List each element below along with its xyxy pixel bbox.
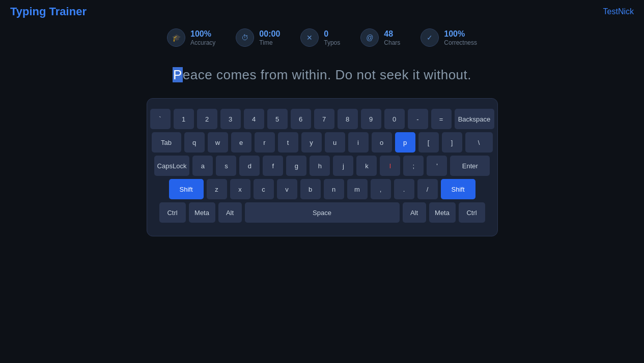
- chars-value: 48: [384, 29, 393, 39]
- key-y[interactable]: y: [301, 132, 322, 153]
- key-][interactable]: ]: [442, 132, 462, 153]
- key-.[interactable]: .: [394, 179, 414, 199]
- key-capslock[interactable]: CapsLock: [154, 156, 190, 176]
- text-char: [288, 67, 292, 82]
- text-char: [212, 67, 216, 82]
- key-'[interactable]: ': [427, 156, 447, 176]
- key-;[interactable]: ;: [403, 156, 424, 176]
- key-x[interactable]: x: [230, 179, 250, 199]
- key-2[interactable]: 2: [197, 109, 217, 129]
- correctness-value: 100%: [444, 29, 465, 39]
- key-alt[interactable]: Alt: [403, 202, 426, 223]
- keyboard-row-1: Tabqwertyuiop[]\: [159, 132, 485, 153]
- key-meta[interactable]: Meta: [429, 202, 456, 223]
- key-q[interactable]: q: [184, 132, 205, 153]
- key-3[interactable]: 3: [220, 109, 241, 129]
- key-shift[interactable]: Shift: [169, 179, 204, 199]
- key-g[interactable]: g: [286, 156, 306, 176]
- key-w[interactable]: w: [208, 132, 228, 153]
- accuracy-values: 100% Accuracy: [190, 29, 215, 46]
- text-char: c: [198, 67, 205, 82]
- key-backspace[interactable]: Backspace: [455, 109, 494, 129]
- key-c[interactable]: c: [254, 179, 274, 199]
- key-\[interactable]: \: [465, 132, 493, 153]
- key-ctrl[interactable]: Ctrl: [459, 202, 485, 223]
- key-f[interactable]: f: [263, 156, 283, 176]
- key-n[interactable]: n: [324, 179, 344, 199]
- accuracy-label: Accuracy: [190, 39, 215, 46]
- key-alt[interactable]: Alt: [218, 202, 242, 223]
- text-char: n: [357, 67, 365, 82]
- key-space[interactable]: Space: [245, 202, 400, 223]
- key-j[interactable]: j: [333, 156, 353, 176]
- correctness-values: 100% Correctness: [444, 29, 477, 46]
- key-enter[interactable]: Enter: [450, 156, 490, 176]
- time-label: Time: [259, 39, 272, 46]
- text-char: w: [292, 67, 302, 82]
- time-icon: ⏱: [236, 28, 254, 47]
- key-6[interactable]: 6: [291, 109, 311, 129]
- key-[[interactable]: [: [418, 132, 439, 153]
- key-t[interactable]: t: [278, 132, 298, 153]
- key-z[interactable]: z: [207, 179, 227, 199]
- text-char: h: [441, 67, 449, 82]
- text-char: e: [394, 67, 402, 82]
- key-5[interactable]: 5: [267, 109, 288, 129]
- key--[interactable]: -: [408, 109, 428, 129]
- typos-value: 0: [324, 29, 328, 39]
- text-char: s: [250, 67, 257, 82]
- text-char: m: [277, 67, 288, 82]
- text-char: [376, 67, 380, 82]
- key-=[interactable]: =: [431, 109, 452, 129]
- typing-area: Peace comes from within. Do not seek it …: [0, 57, 644, 98]
- header: Typing Trainer TestNick: [0, 0, 644, 23]
- stats-bar: 🎓 100% Accuracy ⏱ 00:00 Time ✕ 0 Typos @…: [0, 23, 644, 57]
- key-o[interactable]: o: [372, 132, 392, 153]
- text-char: w: [424, 67, 433, 82]
- key-s[interactable]: s: [216, 156, 236, 176]
- key-9[interactable]: 9: [361, 109, 381, 129]
- correctness-label: Correctness: [444, 39, 477, 46]
- text-char: t: [437, 67, 441, 82]
- key-7[interactable]: 7: [314, 109, 334, 129]
- time-value: 00:00: [259, 29, 280, 39]
- text-char: e: [242, 67, 250, 82]
- text-char: a: [190, 67, 198, 82]
- keyboard-row-4: CtrlMetaAltSpaceAltMetaCtrl: [159, 202, 485, 223]
- key-8[interactable]: 8: [338, 109, 358, 129]
- key-0[interactable]: 0: [384, 109, 405, 129]
- text-char: o: [223, 67, 231, 82]
- key-k[interactable]: k: [356, 156, 377, 176]
- key-/[interactable]: /: [417, 179, 438, 199]
- text-char: e: [386, 67, 394, 82]
- accuracy-icon: 🎓: [167, 28, 185, 47]
- key-e[interactable]: e: [231, 132, 251, 153]
- typing-text: Peace comes from within. Do not seek it …: [173, 67, 471, 83]
- key-a[interactable]: a: [192, 156, 213, 176]
- text-char: t: [305, 67, 309, 82]
- key-i[interactable]: i: [348, 132, 369, 153]
- key-ctrl[interactable]: Ctrl: [159, 202, 186, 223]
- key-r[interactable]: r: [255, 132, 275, 153]
- key-meta[interactable]: Meta: [189, 202, 215, 223]
- text-char: f: [261, 67, 265, 82]
- key-m[interactable]: m: [347, 179, 368, 199]
- key-b[interactable]: b: [300, 179, 321, 199]
- key-h[interactable]: h: [310, 156, 330, 176]
- key-l[interactable]: l: [380, 156, 400, 176]
- text-char: m: [231, 67, 242, 82]
- key-4[interactable]: 4: [244, 109, 264, 129]
- key-,[interactable]: ,: [371, 179, 391, 199]
- key-v[interactable]: v: [277, 179, 297, 199]
- text-char: r: [265, 67, 269, 82]
- key-d[interactable]: d: [239, 156, 260, 176]
- text-char: s: [380, 67, 387, 82]
- key-`[interactable]: `: [150, 109, 171, 129]
- key-u[interactable]: u: [325, 132, 345, 153]
- stat-item-accuracy: 🎓 100% Accuracy: [167, 28, 215, 47]
- key-1[interactable]: 1: [174, 109, 194, 129]
- key-tab[interactable]: Tab: [152, 132, 181, 153]
- key-shift[interactable]: Shift: [441, 179, 475, 199]
- key-p[interactable]: p: [395, 132, 415, 153]
- stat-item-typos: ✕ 0 Typos: [300, 28, 340, 47]
